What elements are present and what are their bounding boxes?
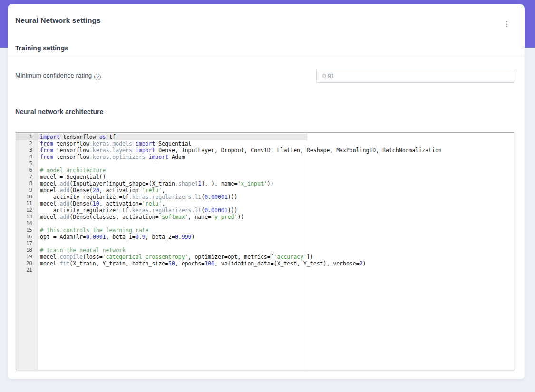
- code-token: ))): [228, 207, 238, 214]
- code-line[interactable]: model.add(Dense(20, activation='relu',: [38, 187, 514, 194]
- code-token: , beta_1=: [106, 234, 135, 240]
- code-editor[interactable]: 123456789101112131415161718192021 import…: [16, 132, 514, 370]
- code-token: 0.00001: [204, 194, 227, 200]
- code-line[interactable]: model.compile(loss='categorical_crossent…: [38, 254, 514, 260]
- line-number: 20: [16, 260, 38, 267]
- code-line[interactable]: # this controls the learning rate: [38, 227, 514, 234]
- code-token: import: [136, 147, 156, 154]
- code-token: 'accuracy': [274, 254, 307, 260]
- code-token: opt = Adam(lr=: [40, 234, 86, 240]
- code-line[interactable]: # model architecture: [38, 167, 514, 174]
- code-token: (loss=: [83, 254, 103, 260]
- line-number: 9: [16, 187, 38, 194]
- line-number: 6: [16, 167, 38, 174]
- code-line[interactable]: # train the neural network: [38, 247, 514, 254]
- code-line[interactable]: [38, 220, 514, 227]
- code-token: [132, 140, 136, 147]
- code-token: tf: [106, 134, 116, 140]
- code-token: .add: [57, 214, 70, 220]
- confidence-input[interactable]: [316, 69, 514, 83]
- code-token: ,: [162, 187, 165, 194]
- code-token: .fit: [57, 260, 70, 267]
- line-number: 8: [16, 180, 38, 187]
- code-token: ): [363, 260, 366, 267]
- code-line[interactable]: import tensorflow as tf: [38, 134, 514, 140]
- code-token: Adam: [168, 154, 185, 160]
- code-line[interactable]: from tensorflow.keras.optimizers import …: [38, 154, 514, 160]
- code-token: ))): [228, 194, 238, 200]
- code-token: activity_regularizer=tf: [40, 207, 129, 214]
- kebab-menu-icon[interactable]: ⋮: [503, 20, 511, 29]
- code-token: 'relu': [142, 200, 162, 207]
- code-token: (InputLayer(input_shape=(X_train: [69, 180, 175, 187]
- code-line[interactable]: opt = Adam(lr=0.0001, beta_1=0.9, beta_2…: [38, 234, 514, 240]
- line-number: 17: [16, 240, 38, 247]
- line-number: 14: [16, 220, 38, 227]
- code-token: model: [40, 254, 57, 260]
- page-title: Neural Network settings: [15, 16, 101, 25]
- code-line[interactable]: from tensorflow.keras.models import Sequ…: [38, 140, 514, 147]
- line-number: 16: [16, 234, 38, 240]
- code-token: .keras.optimizers: [89, 154, 146, 160]
- code-line[interactable]: model.add(Dense(10, activation='relu',: [38, 200, 514, 207]
- line-number: 2: [16, 140, 38, 147]
- code-token: 100: [204, 260, 214, 267]
- code-line[interactable]: [38, 240, 514, 247]
- code-token: model: [40, 200, 57, 207]
- code-token: 50: [168, 260, 175, 267]
- line-number: 13: [16, 214, 38, 220]
- line-number: 21: [16, 267, 38, 274]
- help-icon[interactable]: ?: [94, 74, 101, 80]
- code-token: [146, 154, 149, 160]
- code-token: 20: [93, 187, 99, 194]
- line-number: 15: [16, 227, 38, 234]
- code-token: 0.00001: [204, 207, 227, 214]
- code-line[interactable]: model = Sequential(): [38, 174, 514, 180]
- code-token: import: [149, 154, 169, 160]
- line-number: 1: [16, 134, 38, 140]
- code-token: ,: [162, 200, 165, 207]
- code-line[interactable]: model.fit(X_train, Y_train, batch_size=5…: [38, 260, 514, 267]
- code-token: 'softmax': [158, 214, 188, 220]
- code-line[interactable]: activity_regularizer=tf.keras.regularize…: [38, 194, 514, 200]
- code-token: Sequential: [155, 140, 191, 147]
- code-token: .keras.models: [89, 140, 132, 147]
- code-token: .compile: [57, 254, 83, 260]
- code-token: from: [40, 147, 53, 154]
- code-line[interactable]: activity_regularizer=tf.keras.regularize…: [38, 207, 514, 214]
- code-token: model: [40, 214, 57, 220]
- code-token: )): [267, 180, 274, 187]
- code-token: Dense, InputLayer, Dropout, Conv1D, Flat…: [155, 147, 441, 154]
- code-line[interactable]: from tensorflow.keras.layers import Dens…: [38, 147, 514, 154]
- code-line[interactable]: [38, 160, 514, 167]
- code-token: 0.9: [136, 234, 146, 240]
- code-token: .keras.layers: [89, 147, 132, 154]
- code-token: # model architecture: [40, 167, 106, 174]
- code-token: tensorflow: [53, 147, 89, 154]
- code-line[interactable]: [38, 267, 514, 274]
- code-line[interactable]: model.add(Dense(classes, activation='sof…: [38, 214, 514, 220]
- line-number: 19: [16, 254, 38, 260]
- architecture-heading: Neural network architecture: [15, 108, 103, 116]
- code-token: .add: [57, 200, 70, 207]
- code-line[interactable]: model.add(InputLayer(input_shape=(X_trai…: [38, 180, 514, 187]
- code-token: model: [40, 180, 57, 187]
- code-token: ]): [307, 254, 313, 260]
- code-token: .keras.regularizers.l1: [129, 194, 201, 200]
- editor-code[interactable]: import tensorflow as tffrom tensorflow.k…: [38, 133, 514, 370]
- line-number: 4: [16, 154, 38, 160]
- code-token: from: [40, 154, 53, 160]
- code-token: model: [40, 260, 57, 267]
- code-token: [132, 147, 136, 154]
- code-token: import: [40, 134, 60, 140]
- code-token: )): [237, 214, 244, 220]
- code-token: .shape: [175, 180, 195, 187]
- code-token: model: [40, 187, 57, 194]
- code-token: 'relu': [142, 187, 162, 194]
- code-token: 'categorical_crossentropy': [103, 254, 188, 260]
- confidence-label: Minimum confidence rating: [15, 72, 92, 79]
- text-cursor: [40, 134, 40, 139]
- code-token: # this controls the learning rate: [40, 227, 148, 234]
- code-token: .add: [57, 180, 70, 187]
- code-token: tensorflow: [53, 140, 89, 147]
